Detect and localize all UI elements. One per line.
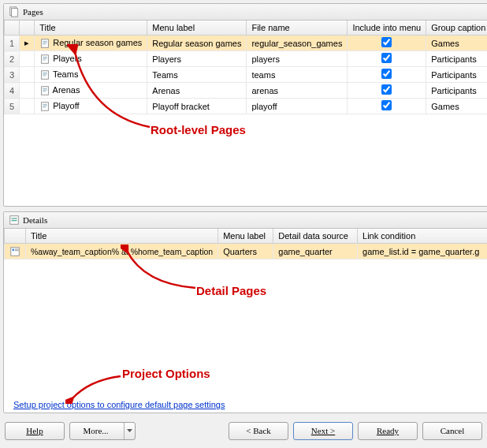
dcol-data-source[interactable]: Detail data source xyxy=(273,229,358,244)
annotation-project-options: Project Options xyxy=(122,367,210,380)
svg-rect-2 xyxy=(42,39,49,48)
cell-link-condition[interactable]: game_list.id = game_quarter.g xyxy=(358,244,487,259)
cell-include[interactable] xyxy=(348,67,426,83)
details-icon xyxy=(9,215,20,226)
row-number: 1 xyxy=(5,35,20,51)
svg-rect-5 xyxy=(42,87,49,95)
page-icon xyxy=(39,101,50,110)
cell-menu-label[interactable]: Regular season games xyxy=(147,35,247,51)
details-header-row: Title Menu label Detail data source Link… xyxy=(5,229,488,244)
cell-file-name[interactable]: regular_season_games xyxy=(247,35,348,51)
table-row[interactable]: 4 ArenasArenasarenasParticipants xyxy=(5,83,488,99)
include-checkbox[interactable] xyxy=(381,37,392,47)
row-marker xyxy=(20,99,35,114)
help-button[interactable]: Help xyxy=(5,422,65,440)
include-checkbox[interactable] xyxy=(381,100,392,110)
pages-title: Pages xyxy=(23,7,43,17)
back-button[interactable]: < Back xyxy=(229,422,288,440)
cell-title[interactable]: Playoff xyxy=(35,99,147,114)
cell-group[interactable]: Games xyxy=(426,35,487,51)
row-marker xyxy=(20,83,35,99)
page-icon xyxy=(39,85,50,95)
cell-file-name[interactable]: players xyxy=(247,51,348,67)
col-group-caption[interactable]: Group caption xyxy=(426,21,487,35)
cell-file-name[interactable]: arenas xyxy=(247,83,348,99)
svg-rect-1 xyxy=(12,9,18,17)
svg-rect-4 xyxy=(42,71,49,80)
dcol-title[interactable]: Title xyxy=(26,229,218,244)
col-rownum[interactable] xyxy=(5,21,20,35)
cell-include[interactable] xyxy=(348,99,426,114)
cell-title[interactable]: Teams xyxy=(35,67,147,83)
cell-title[interactable]: Arenas xyxy=(35,83,147,99)
svg-rect-9 xyxy=(12,220,17,221)
cell-group[interactable]: Participants xyxy=(426,51,487,67)
cell-file-name[interactable]: teams xyxy=(247,67,348,83)
page-icon xyxy=(39,38,50,47)
svg-rect-3 xyxy=(42,55,49,64)
cell-group[interactable]: Games xyxy=(426,99,487,114)
details-title: Details xyxy=(23,215,47,225)
annotation-detail-pages: Detail Pages xyxy=(196,284,266,297)
svg-rect-12 xyxy=(15,248,18,249)
svg-rect-10 xyxy=(11,247,20,256)
svg-rect-13 xyxy=(15,250,18,251)
cell-group[interactable]: Participants xyxy=(426,67,487,83)
include-checkbox[interactable] xyxy=(381,84,392,95)
pages-section: Pages Title Menu label File name Include… xyxy=(3,3,487,207)
svg-rect-6 xyxy=(42,103,49,111)
cell-file-name[interactable]: playoff xyxy=(247,99,348,114)
pages-table: Title Menu label File name Include into … xyxy=(4,21,487,114)
dcol-icon[interactable] xyxy=(5,229,26,244)
dropdown-caret-icon[interactable] xyxy=(124,423,135,439)
cell-title[interactable]: Players xyxy=(35,51,147,67)
table-row[interactable]: 2 PlayersPlayersplayersParticipants xyxy=(5,51,488,67)
detail-page-icon xyxy=(9,245,20,255)
table-row[interactable]: 5 PlayoffPlayoff bracketplayoffGames xyxy=(5,99,488,114)
annotation-root-pages: Root-level Pages xyxy=(151,123,246,136)
pages-header: Pages xyxy=(4,4,487,21)
cell-title[interactable]: %away_team_caption% at %home_team_captio… xyxy=(26,244,218,259)
include-checkbox[interactable] xyxy=(381,53,392,63)
table-row[interactable]: 3 TeamsTeamsteamsParticipants xyxy=(5,67,488,83)
cell-menu-label[interactable]: Arenas xyxy=(147,83,247,99)
setup-project-options-link[interactable]: Setup project options to configure defau… xyxy=(7,397,231,413)
include-checkbox[interactable] xyxy=(381,69,392,79)
pages-icon xyxy=(9,6,20,17)
cell-include[interactable] xyxy=(348,35,426,51)
cell-include[interactable] xyxy=(348,51,426,67)
next-button[interactable]: Next > xyxy=(293,422,353,440)
col-file-name[interactable]: File name xyxy=(247,21,348,35)
cancel-button[interactable]: Cancel xyxy=(422,422,482,440)
details-section: Details Title Menu label Detail data sou… xyxy=(3,211,487,413)
details-table-container: Title Menu label Detail data source Link… xyxy=(4,229,487,413)
details-table: Title Menu label Detail data source Link… xyxy=(4,229,487,259)
cell-group[interactable]: Participants xyxy=(426,83,487,99)
cell-menu-label[interactable]: Players xyxy=(147,51,247,67)
svg-rect-11 xyxy=(13,248,15,251)
col-include[interactable]: Include into menu xyxy=(348,21,426,35)
cell-data-source[interactable]: game_quarter xyxy=(273,244,358,259)
col-menu-label[interactable]: Menu label xyxy=(147,21,247,35)
table-row[interactable]: %away_team_caption% at %home_team_captio… xyxy=(5,244,488,259)
row-number: 5 xyxy=(5,99,20,114)
cell-menu-label[interactable]: Playoff bracket xyxy=(147,99,247,114)
cell-menu-label[interactable]: Quarters xyxy=(218,244,273,259)
table-row[interactable]: 1▸ Regular season gamesRegular season ga… xyxy=(5,35,488,51)
page-icon xyxy=(39,54,50,63)
footer-more-button[interactable]: More... xyxy=(69,422,136,440)
row-number: 4 xyxy=(5,83,20,99)
dcol-menu-label[interactable]: Menu label xyxy=(218,229,273,244)
col-icon[interactable] xyxy=(20,21,35,35)
row-marker xyxy=(20,67,35,83)
col-title[interactable]: Title xyxy=(35,21,147,35)
cell-include[interactable] xyxy=(348,83,426,99)
dcol-link-cond[interactable]: Link condition xyxy=(358,229,487,244)
ready-button[interactable]: Ready xyxy=(358,422,418,440)
svg-rect-8 xyxy=(12,218,17,219)
cell-menu-label[interactable]: Teams xyxy=(147,67,247,83)
cell-title[interactable]: Regular season games xyxy=(35,35,147,51)
details-header: Details xyxy=(4,212,487,229)
bottom-bar: Help More... < Back Next > Ready Cancel xyxy=(3,413,484,445)
row-icon xyxy=(5,244,26,259)
